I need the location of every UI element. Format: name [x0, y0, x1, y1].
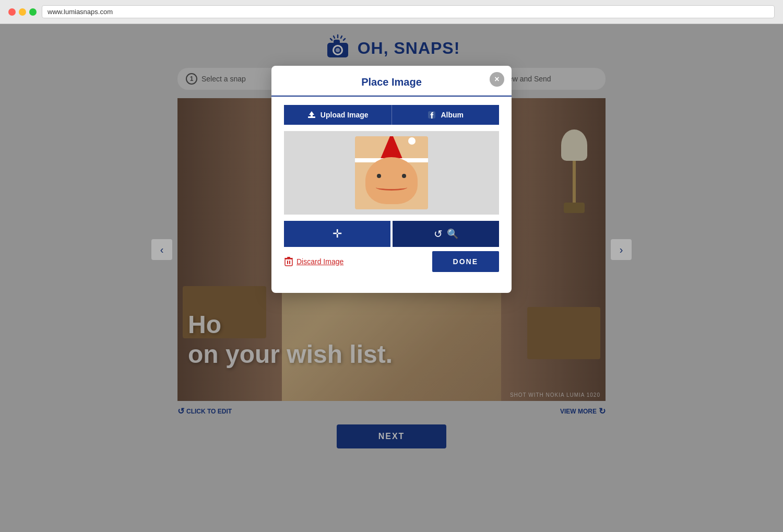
done-button[interactable]: DONE — [432, 251, 499, 272]
mouth — [376, 184, 407, 191]
rotate-icon: ↺ — [434, 228, 443, 240]
modal-close-button[interactable]: × — [490, 72, 504, 87]
trash-icon — [284, 256, 293, 267]
svg-rect-10 — [308, 116, 315, 118]
album-tab[interactable]: Album — [392, 105, 500, 125]
svg-rect-17 — [287, 257, 290, 258]
modal-actions: ✛ ↺ 🔍 — [284, 221, 499, 247]
pom-pom — [408, 137, 416, 145]
maximize-window-button[interactable] — [29, 8, 37, 16]
main-page: OH, SNAPS! 1 Select a snap 2 Customize 3… — [0, 24, 783, 532]
rotate-zoom-button[interactable]: ↺ 🔍 — [393, 221, 499, 247]
upload-image-tab[interactable]: Upload Image — [284, 105, 392, 125]
left-eye — [377, 174, 381, 178]
svg-rect-16 — [284, 258, 293, 259]
zoom-icon: 🔍 — [447, 228, 458, 240]
svg-rect-13 — [285, 259, 292, 266]
svg-marker-11 — [309, 111, 314, 116]
uploaded-image-preview — [355, 136, 428, 209]
move-icon: ✛ — [333, 227, 342, 241]
facebook-icon — [427, 110, 436, 120]
modal-header: Place Image — [271, 66, 512, 97]
browser-chrome: www.lumiasnaps.com — [0, 0, 783, 24]
discard-image-label: Discard Image — [296, 257, 343, 266]
album-tab-label: Album — [441, 111, 464, 119]
minimize-window-button[interactable] — [19, 8, 26, 16]
url-bar[interactable]: www.lumiasnaps.com — [42, 5, 775, 18]
face — [365, 157, 418, 204]
image-preview-area — [284, 131, 499, 215]
place-image-modal: × Place Image Upload Image — [271, 66, 512, 293]
svg-rect-14 — [287, 261, 288, 264]
close-window-button[interactable] — [8, 8, 16, 16]
modal-title: Place Image — [284, 76, 499, 88]
modal-overlay: × Place Image Upload Image — [0, 24, 783, 532]
modal-body: Upload Image Album — [271, 97, 512, 280]
upload-image-tab-label: Upload Image — [321, 111, 369, 119]
discard-image-button[interactable]: Discard Image — [284, 256, 343, 267]
modal-tabs: Upload Image Album — [284, 105, 499, 125]
right-eye — [402, 174, 406, 178]
modal-footer: Discard Image DONE — [284, 251, 499, 272]
browser-traffic-lights — [8, 8, 37, 16]
svg-rect-15 — [289, 261, 290, 264]
move-image-button[interactable]: ✛ — [284, 221, 390, 247]
upload-icon — [307, 110, 316, 120]
